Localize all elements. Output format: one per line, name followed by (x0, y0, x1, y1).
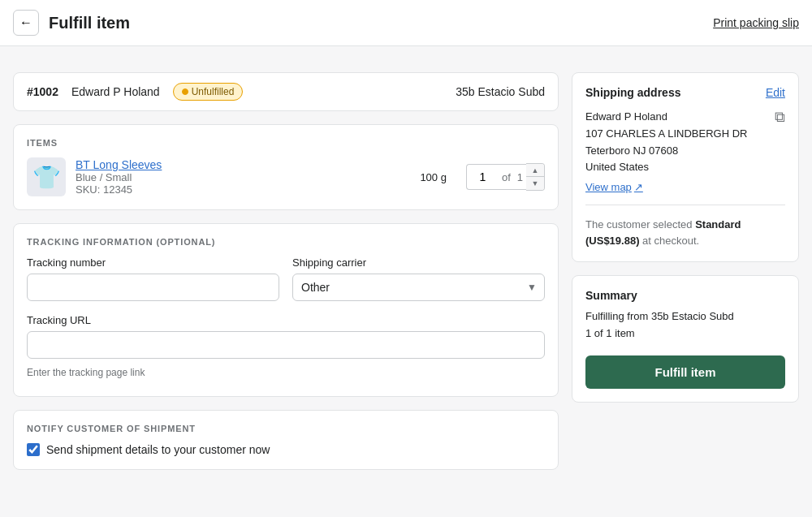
qty-of-label: of (499, 164, 514, 190)
customer-name: Edward P Holand (71, 85, 160, 98)
notify-card: NOTIFY CUSTOMER OF SHIPMENT Send shipmen… (13, 410, 559, 470)
notify-checkbox[interactable] (27, 443, 40, 456)
shipping-carrier-label: Shipping carrier (292, 256, 545, 269)
notify-checkbox-row: Send shipment details to your customer n… (27, 443, 545, 456)
qty-up-button[interactable]: ▲ (526, 164, 544, 177)
print-packing-slip-button[interactable]: Print packing slip (713, 16, 799, 29)
address-text: Edward P Holand 107 CHARLES A LINDBERGH … (585, 109, 747, 176)
external-link-icon: ↗ (634, 181, 643, 193)
tracking-url-group: Tracking URL Enter the tracking page lin… (27, 314, 545, 378)
tracking-url-hint: Enter the tracking page link (27, 367, 545, 378)
items-card: ITEMS 👕 BT Long Sleeves Blue / Small SKU… (13, 124, 559, 210)
shipping-note: The customer selected Standard (US$19.88… (585, 217, 785, 248)
shipping-carrier-group: Shipping carrier Other UPS FedEx USPS DH… (292, 256, 545, 301)
edit-address-link[interactable]: Edit (766, 86, 785, 99)
address-row: Edward P Holand 107 CHARLES A LINDBERGH … (585, 109, 785, 176)
page-header: ← Fulfill item Print packing slip (0, 0, 812, 46)
back-button[interactable]: ← (13, 10, 39, 36)
page-title: Fulfill item (49, 14, 130, 32)
item-weight: 100 g (420, 171, 447, 183)
fulfilling-from: Fulfilling from 35b Estacio Subd (585, 310, 785, 322)
tracking-number-group: Tracking number (27, 256, 279, 301)
left-column: #1002 Edward P Holand Unfulfilled 35b Es… (13, 72, 559, 470)
address-country: United States (585, 159, 747, 176)
shipping-address-card: Shipping address Edit Edward P Holand 10… (572, 72, 799, 262)
page-wrapper: #1002 Edward P Holand Unfulfilled 35b Es… (0, 59, 812, 483)
item-count: 1 of 1 item (585, 327, 785, 339)
status-badge: Unfulfilled (173, 83, 244, 101)
item-name[interactable]: BT Long Sleeves (76, 158, 410, 171)
notify-section-label: NOTIFY CUSTOMER OF SHIPMENT (27, 424, 545, 433)
quantity-input[interactable] (466, 164, 499, 190)
tracking-number-label: Tracking number (27, 256, 279, 269)
tracking-row: Tracking number Shipping carrier Other U… (27, 256, 545, 301)
order-number: #1002 (27, 85, 58, 98)
order-location: 35b Estacio Subd (456, 85, 545, 98)
shipping-carrier-select[interactable]: Other UPS FedEx USPS DHL (292, 274, 545, 301)
tracking-url-input[interactable] (27, 331, 545, 359)
item-variant: Blue / Small (76, 171, 410, 183)
address-name: Edward P Holand (585, 109, 747, 126)
items-section-label: ITEMS (27, 138, 545, 148)
item-row: 👕 BT Long Sleeves Blue / Small SKU: 1234… (27, 157, 545, 196)
view-map-label: View map (585, 181, 632, 193)
qty-down-button[interactable]: ▼ (526, 177, 544, 190)
order-info-bar: #1002 Edward P Holand Unfulfilled 35b Es… (13, 72, 559, 111)
quantity-arrows: ▲ ▼ (526, 163, 545, 191)
qty-total: 1 (514, 164, 526, 190)
main-content: #1002 Edward P Holand Unfulfilled 35b Es… (13, 72, 799, 470)
quantity-control: of 1 ▲ ▼ (466, 163, 545, 191)
summary-title: Summary (585, 289, 785, 302)
item-details: BT Long Sleeves Blue / Small SKU: 12345 (76, 158, 410, 196)
fulfill-item-button[interactable]: Fulfill item (585, 355, 785, 389)
shipping-carrier-select-wrapper: Other UPS FedEx USPS DHL ▼ (292, 274, 545, 301)
shipping-address-title: Shipping address (585, 86, 680, 99)
tracking-card: TRACKING INFORMATION (OPTIONAL) Tracking… (13, 223, 559, 397)
shipping-address-header: Shipping address Edit (585, 86, 785, 99)
address-city-state-zip: Teterboro NJ 07608 (585, 143, 747, 160)
tracking-number-input[interactable] (27, 274, 279, 301)
header-left: ← Fulfill item (13, 10, 130, 36)
address-divider (585, 205, 785, 205)
shipping-method: Standard (US$19.88) (585, 218, 741, 247)
address-line1: 107 CHARLES A LINDBERGH DR (585, 126, 747, 143)
tracking-section-label: TRACKING INFORMATION (OPTIONAL) (27, 237, 545, 247)
notify-checkbox-label[interactable]: Send shipment details to your customer n… (46, 443, 270, 456)
status-badge-label: Unfulfilled (192, 86, 235, 97)
back-icon: ← (19, 15, 32, 30)
badge-dot-icon (182, 88, 188, 95)
item-icon: 👕 (32, 164, 61, 191)
item-sku: SKU: 12345 (76, 183, 410, 196)
right-column: Shipping address Edit Edward P Holand 10… (572, 72, 799, 470)
view-map-link[interactable]: View map ↗ (585, 181, 643, 193)
summary-card: Summary Fulfilling from 35b Estacio Subd… (572, 275, 799, 403)
tracking-url-label: Tracking URL (27, 314, 545, 326)
item-image: 👕 (27, 157, 66, 196)
copy-address-icon[interactable]: ⧉ (775, 109, 785, 126)
